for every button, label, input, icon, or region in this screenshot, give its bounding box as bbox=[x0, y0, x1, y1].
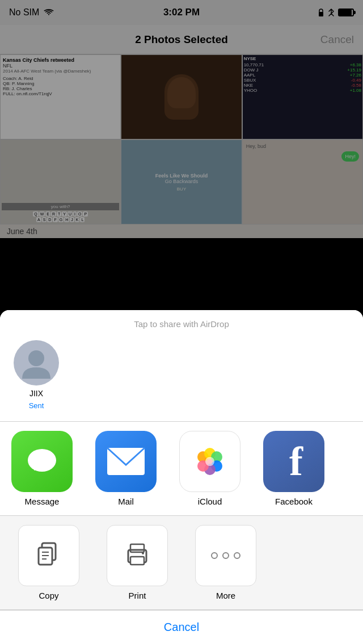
share-app-message[interactable]: Message bbox=[0, 431, 84, 506]
icloud-icon bbox=[187, 446, 233, 477]
mail-envelope-icon bbox=[106, 447, 146, 476]
dot-1 bbox=[211, 552, 218, 559]
message-app-label: Message bbox=[25, 497, 60, 506]
action-print[interactable]: Print bbox=[98, 525, 177, 600]
share-app-mail[interactable]: Mail bbox=[84, 431, 168, 506]
airdrop-contacts: JIIX Sent bbox=[9, 338, 354, 412]
more-label: More bbox=[216, 591, 235, 600]
svg-rect-20 bbox=[130, 557, 144, 565]
facebook-f-icon: f bbox=[289, 441, 303, 482]
svg-point-12 bbox=[205, 457, 214, 466]
svg-point-2 bbox=[28, 449, 56, 472]
airdrop-contact-item[interactable]: JIIX Sent bbox=[14, 340, 59, 410]
contact-name: JIIX bbox=[29, 389, 43, 398]
avatar-silhouette-icon bbox=[19, 346, 53, 380]
copy-icon bbox=[33, 540, 65, 571]
dot-3 bbox=[234, 552, 240, 559]
action-row: Copy Print More bbox=[0, 516, 363, 610]
svg-rect-19 bbox=[130, 544, 144, 552]
share-app-facebook[interactable]: f Facebook bbox=[252, 431, 336, 506]
app-row: Message Mail bbox=[0, 422, 363, 516]
print-label: Print bbox=[129, 591, 146, 600]
cancel-button[interactable]: Cancel bbox=[0, 610, 363, 644]
svg-point-21 bbox=[142, 552, 144, 554]
copy-icon-box bbox=[18, 525, 79, 586]
print-icon-box bbox=[107, 525, 168, 586]
share-app-icloud[interactable]: iCloud bbox=[168, 431, 252, 506]
print-icon bbox=[121, 540, 153, 571]
mail-app-icon bbox=[95, 431, 157, 492]
message-bubble-icon bbox=[24, 443, 61, 480]
action-more[interactable]: More bbox=[186, 525, 265, 600]
share-sheet: Tap to share with AirDrop JIIX Sent bbox=[0, 310, 363, 644]
facebook-app-icon: f bbox=[263, 431, 324, 492]
action-copy[interactable]: Copy bbox=[9, 525, 88, 600]
airdrop-hint: Tap to share with AirDrop bbox=[9, 319, 354, 329]
mail-app-label: Mail bbox=[118, 497, 134, 506]
message-app-icon bbox=[11, 431, 73, 492]
airdrop-avatar bbox=[14, 340, 59, 385]
facebook-app-label: Facebook bbox=[275, 497, 313, 506]
more-dots-icon bbox=[211, 552, 240, 559]
icloud-app-label: iCloud bbox=[198, 497, 222, 506]
contact-status: Sent bbox=[29, 401, 44, 410]
more-icon-box bbox=[195, 525, 256, 586]
copy-label: Copy bbox=[39, 591, 58, 600]
dot-2 bbox=[222, 552, 229, 559]
icloud-app-icon bbox=[179, 431, 240, 492]
airdrop-section: Tap to share with AirDrop JIIX Sent bbox=[0, 310, 363, 422]
svg-point-1 bbox=[28, 350, 44, 366]
